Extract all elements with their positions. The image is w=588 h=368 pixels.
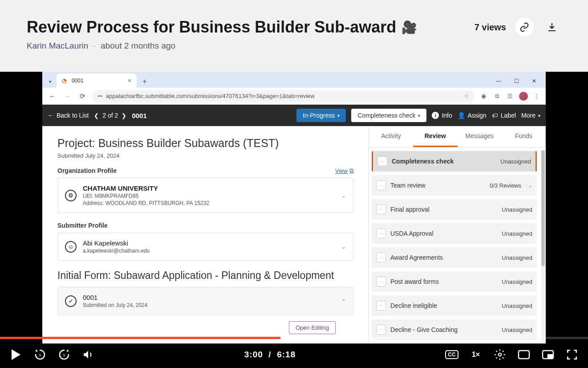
chevron-down-icon: ▾ — [337, 113, 340, 118]
review-item-team[interactable]: ⋯ Team review 0/3 Reviews ⌄ — [372, 175, 537, 196]
pager-next-icon[interactable]: ❯ — [122, 112, 126, 119]
chevron-down-icon[interactable]: ⌄ — [528, 183, 532, 188]
review-item-completeness[interactable]: ⋯ Completeness check Unassigned — [372, 151, 537, 172]
chevron-down-icon: ⌄ — [341, 192, 346, 199]
tab-messages[interactable]: Messages — [458, 126, 502, 147]
skip-back-button[interactable]: 5 — [33, 348, 47, 362]
review-item-status: Unassigned — [502, 303, 532, 309]
cc-label: CC — [445, 350, 458, 359]
submitter-card[interactable]: ☺ Abi Kapelewski a.kapelewski@chatham.ed… — [57, 233, 353, 261]
speed-label: 1× — [472, 351, 480, 359]
info-icon: i — [432, 112, 439, 119]
close-tab-icon[interactable]: × — [128, 77, 131, 84]
theater-button[interactable] — [517, 348, 531, 362]
forward-icon[interactable]: → — [62, 91, 73, 102]
pip-button[interactable] — [541, 348, 555, 362]
scrollbar-thumb[interactable] — [541, 150, 545, 266]
tab-review[interactable]: Review — [413, 126, 457, 147]
side-panel-icon[interactable]: ☰ — [506, 92, 515, 101]
view-org-link[interactable]: View ⧉ — [335, 167, 353, 174]
play-button[interactable] — [9, 348, 23, 362]
extensions-icon[interactable]: ⧉ — [492, 92, 501, 101]
review-item-name: Award Agreements — [390, 254, 497, 261]
form-heading: Initial Form: Subaward Application - Pla… — [57, 270, 353, 282]
review-item-name: Decline ineligible — [390, 302, 497, 309]
info-label: Info — [442, 112, 452, 119]
review-item-final[interactable]: ⋯ Final approval Unassigned — [372, 199, 537, 220]
label-button[interactable]: 🏷 Label — [492, 112, 516, 119]
submitter-email: a.kapelewski@chatham.edu — [83, 248, 335, 254]
submitter-card-body: Abi Kapelewski a.kapelewski@chatham.edu — [83, 239, 335, 254]
person-icon: 👤 — [458, 112, 465, 119]
app-toolbar: ← Back to List ❮ 2 of 2 ❯ 0001 In-Progre… — [42, 105, 546, 126]
minimize-icon[interactable]: — — [491, 74, 507, 88]
kebab-menu-icon[interactable]: ⋮ — [532, 92, 541, 101]
chevron-down-icon: ▾ — [418, 113, 420, 118]
volume-button[interactable] — [81, 348, 95, 362]
drag-handle-icon[interactable]: ⋯ — [376, 180, 386, 190]
org-address: Address: WOODLAND RD, PITTSBURGH, PA 152… — [83, 200, 335, 206]
form-card-body: 0001 Submitted on July 24, 2024 — [83, 294, 335, 308]
pager: ❮ 2 of 2 ❯ — [94, 112, 126, 119]
share-link-button[interactable] — [515, 18, 534, 37]
status-label: In-Progress — [303, 112, 335, 119]
org-card[interactable]: ⚙ CHATHAM UNIVERSITY UEI: M9MKPRAMFD85 A… — [57, 178, 353, 213]
header-meta: Karin MacLaurin · about 2 months ago — [27, 41, 474, 51]
label-label: Label — [501, 112, 516, 119]
extension-icon-1[interactable]: ◉ — [479, 92, 488, 101]
back-to-list-button[interactable]: ← Back to List — [48, 112, 89, 119]
tab-funds[interactable]: Funds — [502, 126, 546, 147]
tab-activity[interactable]: Activity — [369, 126, 413, 147]
progress-bar[interactable] — [0, 337, 588, 339]
review-item-post-award[interactable]: ⋯ Post award forms Unassigned — [372, 271, 537, 292]
back-icon[interactable]: ← — [47, 91, 57, 102]
drag-handle-icon[interactable]: ⋯ — [376, 277, 386, 286]
download-button[interactable] — [543, 18, 561, 37]
drag-handle-icon[interactable]: ⋯ — [377, 156, 387, 166]
pager-prev-icon[interactable]: ❮ — [94, 112, 99, 119]
status-dropdown[interactable]: In-Progress ▾ — [296, 109, 346, 122]
tab-dropdown-icon[interactable]: ▾ — [44, 75, 57, 88]
maximize-icon[interactable]: ☐ — [508, 74, 524, 88]
review-item-status: 0/3 Reviews — [490, 182, 521, 189]
close-window-icon[interactable]: ✕ — [526, 74, 542, 88]
drag-handle-icon[interactable]: ⋯ — [376, 204, 386, 214]
review-item-award-agreements[interactable]: ⋯ Award Agreements Unassigned — [372, 247, 537, 268]
profile-avatar[interactable] — [519, 92, 528, 101]
fullscreen-button[interactable] — [565, 348, 579, 362]
header-right: 7 views — [474, 18, 561, 37]
reload-icon[interactable]: ⟳ — [77, 91, 88, 102]
review-item-status: Unassigned — [502, 278, 532, 285]
drag-handle-icon[interactable]: ⋯ — [376, 301, 386, 311]
captions-button[interactable]: CC — [445, 348, 459, 362]
browser-tab[interactable]: ◔ 0001 × — [57, 74, 137, 88]
review-item-name: Final approval — [390, 206, 497, 213]
drag-handle-icon[interactable]: ⋯ — [376, 229, 386, 238]
review-item-decline-ineligible[interactable]: ⋯ Decline ineligible Unassigned — [372, 295, 537, 316]
address-bar: ← → ⟳ ⊶ appalachiarfbc.submittable.com/s… — [42, 88, 546, 105]
drag-handle-icon[interactable]: ⋯ — [376, 325, 386, 335]
video-container: ▾ ◔ 0001 × + — ☐ ✕ ← → ⟳ ⊶ appalachiarfb… — [0, 72, 588, 368]
speed-button[interactable]: 1× — [469, 348, 483, 362]
drag-handle-icon[interactable]: ⋯ — [376, 253, 386, 262]
site-info-icon[interactable]: ⊶ — [97, 93, 102, 99]
form-card[interactable]: ✓ 0001 Submitted on July 24, 2024 ⌄ — [57, 287, 353, 315]
new-tab-button[interactable]: + — [138, 75, 151, 88]
assign-button[interactable]: 👤 Assign — [458, 112, 487, 119]
stage-dropdown[interactable]: Completeness check ▾ — [351, 109, 426, 122]
person-icon: ☺ — [65, 241, 77, 253]
settings-button[interactable] — [493, 348, 507, 362]
more-dropdown[interactable]: More ▾ — [521, 112, 540, 119]
info-button[interactable]: i Info — [432, 112, 452, 119]
form-date: Submitted on July 24, 2024 — [83, 302, 335, 308]
external-link-icon: ⧉ — [349, 167, 353, 174]
dot-separator: · — [93, 41, 96, 50]
window-controls: — ☐ ✕ — [491, 74, 546, 88]
url-input[interactable]: ⊶ appalachiarfbc.submittable.com/submiss… — [92, 90, 474, 102]
open-editing-button[interactable]: Open Editing — [289, 321, 336, 334]
pager-text: 2 of 2 — [102, 112, 118, 119]
skip-forward-button[interactable]: 5 — [57, 348, 71, 362]
bookmark-icon[interactable]: ☆ — [464, 93, 469, 99]
author-name[interactable]: Karin MacLaurin — [27, 41, 88, 50]
review-item-usda[interactable]: ⋯ USDA Approval Unassigned — [372, 223, 537, 244]
